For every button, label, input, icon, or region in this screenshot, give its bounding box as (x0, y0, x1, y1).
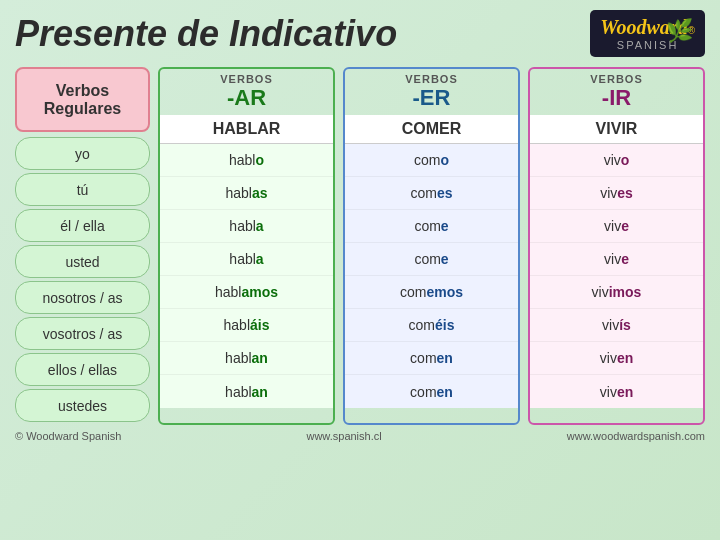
ir-ending-label: -IR (534, 85, 699, 111)
verb-cell-item: habláis (160, 309, 333, 342)
verb-cell-item: comen (345, 342, 518, 375)
verb-cell-item: come (345, 210, 518, 243)
ar-header: VERBOS -AR (160, 69, 333, 115)
verb-cell-item: vivís (530, 309, 703, 342)
verb-cell-item: hablan (160, 375, 333, 408)
verb-cell-item: como (345, 144, 518, 177)
verb-cell-item: vive (530, 210, 703, 243)
ar-column: VERBOS -AR HABLAR hablohablashablahablah… (158, 67, 335, 425)
pronoun-cell: nosotros / as (15, 281, 150, 314)
ar-verb-name: HABLAR (160, 115, 333, 144)
logo-inner: Woodward® SPANISH 🌿 (600, 16, 695, 51)
verb-cell-item: vive (530, 243, 703, 276)
verb-cell-item: vives (530, 177, 703, 210)
er-verb-name: COMER (345, 115, 518, 144)
verb-cell-item: hablo (160, 144, 333, 177)
pronoun-cell: ustedes (15, 389, 150, 422)
verb-cell-item: comes (345, 177, 518, 210)
pronoun-cells: yotúél / ellaustednosotros / asvosotros … (15, 137, 150, 425)
ir-column: VERBOS -IR VIVIR vivovivesvivevivevivimo… (528, 67, 705, 425)
verb-cell-item: habla (160, 210, 333, 243)
er-verbos-label: VERBOS (349, 73, 514, 85)
verb-cell-item: coméis (345, 309, 518, 342)
website1: www.spanish.cl (306, 430, 381, 442)
table-area: VerbosRegulares yotúél / ellaustednosotr… (15, 67, 705, 425)
pronoun-cell: yo (15, 137, 150, 170)
verb-cell-item: comen (345, 375, 518, 408)
pronoun-header: VerbosRegulares (15, 67, 150, 132)
verb-cell-item: habla (160, 243, 333, 276)
verb-cell-item: vivo (530, 144, 703, 177)
pronoun-cell: él / ella (15, 209, 150, 242)
header: Presente de Indicativo Woodward® SPANISH… (15, 10, 705, 57)
pronoun-cell: usted (15, 245, 150, 278)
ar-cells: hablohablashablahablahablamoshabláishabl… (160, 144, 333, 408)
verb-cell-item: viven (530, 375, 703, 408)
verb-cell-item: comemos (345, 276, 518, 309)
pronoun-cell: ellos / ellas (15, 353, 150, 386)
er-column: VERBOS -ER COMER comocomescomecomecomemo… (343, 67, 520, 425)
verb-cell-item: come (345, 243, 518, 276)
website2: www.woodwardspanish.com (567, 430, 705, 442)
ar-verbos-label: VERBOS (164, 73, 329, 85)
ir-cells: vivovivesvivevivevivimosvivísvivenviven (530, 144, 703, 408)
footer: © Woodward Spanish www.spanish.cl www.wo… (15, 430, 705, 442)
er-cells: comocomescomecomecomemoscoméiscomencomen (345, 144, 518, 408)
er-header: VERBOS -ER (345, 69, 518, 115)
er-ending-label: -ER (349, 85, 514, 111)
main-container: Presente de Indicativo Woodward® SPANISH… (0, 0, 720, 540)
leaf-icon: 🌿 (666, 18, 693, 44)
logo: Woodward® SPANISH 🌿 (590, 10, 705, 57)
pronoun-cell: tú (15, 173, 150, 206)
copyright: © Woodward Spanish (15, 430, 121, 442)
pronoun-cell: vosotros / as (15, 317, 150, 350)
ir-verb-name: VIVIR (530, 115, 703, 144)
ar-ending-label: -AR (164, 85, 329, 111)
pronoun-column: VerbosRegulares yotúél / ellaustednosotr… (15, 67, 150, 425)
verb-cell-item: vivimos (530, 276, 703, 309)
ir-verbos-label: VERBOS (534, 73, 699, 85)
verb-cell-item: hablan (160, 342, 333, 375)
verb-cell-item: hablamos (160, 276, 333, 309)
page-title: Presente de Indicativo (15, 13, 397, 55)
verb-cell-item: hablas (160, 177, 333, 210)
verbos-regulares-label: VerbosRegulares (44, 82, 121, 118)
verb-cell-item: viven (530, 342, 703, 375)
ir-header: VERBOS -IR (530, 69, 703, 115)
